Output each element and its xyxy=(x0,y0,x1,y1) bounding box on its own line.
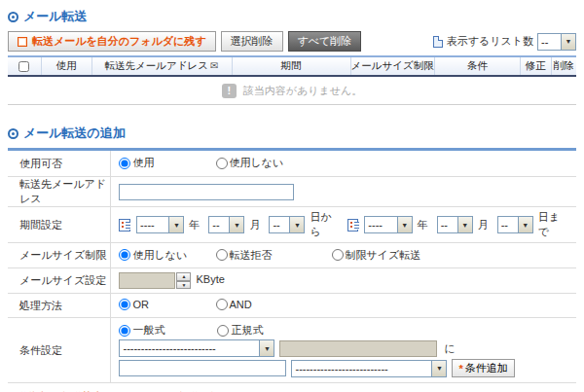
delete-selected-button[interactable]: 選択削除 xyxy=(221,31,283,52)
address-field-cell xyxy=(111,177,576,207)
chevron-down-icon: ▼ xyxy=(431,361,446,376)
to-month-select[interactable]: --▼ xyxy=(437,216,473,233)
day-to-suffix: 日まで xyxy=(538,210,566,239)
keep-button-label: 転送メールを自分のフォルダに残す xyxy=(32,34,206,49)
size-limit-limited-option[interactable]: 制限サイズ転送 xyxy=(332,248,421,263)
condition-keyword-input[interactable] xyxy=(119,360,286,376)
section-bullet-icon xyxy=(8,12,18,22)
add-forward-form: 使用可否 使用 使用しない 転送先メールアドレス 期間設定 xyxy=(8,148,576,383)
size-limit-not-use-radio[interactable] xyxy=(119,249,130,261)
select-all-cell xyxy=(8,56,41,76)
size-limit-label: メールサイズ制限 xyxy=(8,243,111,268)
condition-type-line: 一般式 正規式 xyxy=(119,323,572,338)
add-form-title-row: メール転送の追加 xyxy=(8,125,576,142)
condition-value-input[interactable] xyxy=(279,340,437,357)
exclamation-icon: ! xyxy=(222,84,237,98)
calendar-icon[interactable] xyxy=(119,219,130,232)
add-condition-button[interactable]: * 条件追加 xyxy=(452,359,514,377)
size-setting-field: ▲ ▼ KByte xyxy=(111,268,576,294)
page-title: メール転送 xyxy=(23,8,88,25)
condition-target-select[interactable]: -------------------------- ▼ xyxy=(119,339,274,357)
size-limit-reject-option[interactable]: 転送拒否 xyxy=(216,248,321,263)
regex-option[interactable]: 正規式 xyxy=(217,323,263,338)
keep-in-folder-button[interactable]: 転送メールを自分のフォルダに残す xyxy=(8,31,216,52)
size-setting-row: メールサイズ設定 ▲ ▼ KByte xyxy=(8,268,576,294)
column-header-use: 使用 xyxy=(41,56,91,76)
condition-row: 条件設定 一般式 正規式 -------------------------- xyxy=(8,318,576,383)
condition-second-select[interactable]: -------------------------- ▼ xyxy=(291,360,447,377)
empty-state: ! 該当内容がありません。 xyxy=(8,77,576,105)
mail-forward-page: メール転送 転送メールを自分のフォルダに残す 選択削除 すべて削除 表示するリス… xyxy=(0,0,584,392)
condition-field: 一般式 正規式 -------------------------- ▼ に xyxy=(111,318,576,383)
condition-target-line: -------------------------- ▼ に xyxy=(119,339,572,357)
to-day-select[interactable]: --▼ xyxy=(497,216,533,233)
method-label: 処理方法 xyxy=(8,294,111,318)
use-label: 使用可否 xyxy=(8,150,111,177)
not-use-option[interactable]: 使用しない xyxy=(216,156,284,170)
size-input[interactable] xyxy=(119,272,175,289)
use-row: 使用可否 使用 使用しない xyxy=(8,150,576,177)
and-option[interactable]: AND xyxy=(216,299,252,310)
chevron-down-icon: ▼ xyxy=(259,340,274,356)
column-header-edit: 修正 xyxy=(520,56,551,76)
use-option[interactable]: 使用 xyxy=(119,156,204,170)
size-spinner: ▲ ▼ xyxy=(119,272,191,289)
section-spacer xyxy=(8,105,576,123)
or-option[interactable]: OR xyxy=(119,299,204,310)
from-month-select[interactable]: --▼ xyxy=(208,216,244,233)
size-limit-not-use-option[interactable]: 使用しない xyxy=(119,248,204,263)
period-label: 期間設定 xyxy=(8,207,111,243)
forward-list-table: 使用 転送先メールアドレス✉ 期間 メールサイズ制限 条件 修正 削除 xyxy=(8,55,576,77)
from-year-select[interactable]: ----▼ xyxy=(136,216,184,233)
spinner-up-icon[interactable]: ▲ xyxy=(176,272,191,281)
spinner-down-icon[interactable]: ▼ xyxy=(176,281,191,290)
or-radio[interactable] xyxy=(119,299,130,310)
size-limit-row: メールサイズ制限 使用しない 転送拒否 制限サイズ転送 xyxy=(8,243,576,268)
day-from-suffix: 日から xyxy=(310,210,338,239)
chevron-down-icon: ▼ xyxy=(229,217,243,232)
month-suffix: 月 xyxy=(478,218,489,232)
section-bullet-icon xyxy=(8,128,18,139)
column-header-period: 期間 xyxy=(232,56,350,76)
address-label: 転送先メールアドレス xyxy=(8,177,111,207)
chevron-down-icon: ▼ xyxy=(168,217,183,232)
general-expression-option[interactable]: 一般式 xyxy=(119,323,204,338)
size-limit-reject-radio[interactable] xyxy=(216,249,228,261)
calendar-icon[interactable] xyxy=(347,219,359,232)
period-row: 期間設定 ----▼ 年 --▼ 月 --▼ 日から ----▼ 年 --▼ 月… xyxy=(8,207,576,243)
size-setting-label: メールサイズ設定 xyxy=(8,268,111,294)
list-count-control: 表示するリスト数 -- ▼ xyxy=(433,33,576,51)
and-radio[interactable] xyxy=(216,299,228,310)
general-expression-radio[interactable] xyxy=(119,325,130,337)
use-field: 使用 使用しない xyxy=(111,150,576,177)
method-field: OR AND xyxy=(111,294,576,318)
address-row: 転送先メールアドレス xyxy=(8,177,576,207)
asterisk-icon: * xyxy=(458,363,462,374)
empty-message: 該当内容がありません。 xyxy=(243,84,363,98)
use-radio[interactable] xyxy=(119,158,130,169)
forward-list-title-row: メール転送 xyxy=(8,8,576,25)
method-row: 処理方法 OR AND xyxy=(8,294,576,318)
keep-checkbox-icon[interactable] xyxy=(18,37,27,47)
list-icon xyxy=(433,36,443,48)
to-year-select[interactable]: ----▼ xyxy=(364,216,412,233)
chevron-down-icon: ▼ xyxy=(561,34,575,50)
from-day-select[interactable]: --▼ xyxy=(269,216,305,233)
chevron-down-icon: ▼ xyxy=(289,217,304,232)
not-use-radio[interactable] xyxy=(216,158,228,169)
column-header-address: 転送先メールアドレス✉ xyxy=(91,56,232,76)
forward-address-input[interactable] xyxy=(119,184,294,200)
column-header-delete: 削除 xyxy=(551,56,576,76)
year-suffix: 年 xyxy=(189,218,200,232)
delete-all-button[interactable]: すべて削除 xyxy=(288,31,362,52)
select-all-checkbox[interactable] xyxy=(18,61,29,72)
list-count-select[interactable]: -- ▼ xyxy=(537,33,576,51)
size-limit-field: 使用しない 転送拒否 制限サイズ転送 xyxy=(111,243,576,268)
month-suffix: 月 xyxy=(249,218,260,232)
chevron-down-icon: ▼ xyxy=(397,217,412,232)
size-limit-limited-radio[interactable] xyxy=(332,249,344,261)
regex-radio[interactable] xyxy=(217,325,229,337)
chevron-down-icon: ▼ xyxy=(457,217,472,232)
column-header-size-limit: メールサイズ制限 xyxy=(350,56,434,76)
table-header-row: 使用 転送先メールアドレス✉ 期間 メールサイズ制限 条件 修正 削除 xyxy=(8,56,576,76)
